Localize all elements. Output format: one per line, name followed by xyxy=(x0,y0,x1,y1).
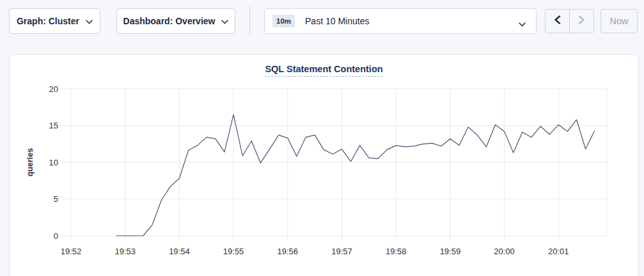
chevron-down-icon xyxy=(519,18,526,29)
x-tick-label: 19:57 xyxy=(331,247,352,256)
x-tick-label: 19:54 xyxy=(169,247,190,256)
previous-time-button[interactable] xyxy=(546,10,570,33)
chart-card: SQL Statement Contention 0510152019:5219… xyxy=(9,54,639,276)
x-tick-label: 19:55 xyxy=(223,247,244,256)
y-axis-label: queries xyxy=(26,148,35,177)
chart-title-wrap: SQL Statement Contention xyxy=(10,63,638,77)
x-tick-label: 20:00 xyxy=(494,247,515,256)
y-tick-label: 5 xyxy=(54,194,58,204)
graph-dropdown[interactable]: Graph: Cluster xyxy=(9,8,100,34)
sql-contention-chart: 0510152019:5219:5319:5419:5519:5619:5719… xyxy=(10,55,640,272)
chart-line-queries xyxy=(116,114,595,236)
now-button[interactable]: Now xyxy=(601,9,638,33)
time-range-label: Past 10 Minutes xyxy=(305,16,369,26)
x-tick-label: 19:56 xyxy=(278,247,299,256)
chevron-right-icon xyxy=(578,15,585,27)
y-tick-label: 0 xyxy=(54,231,58,241)
x-tick-label: 19:59 xyxy=(440,247,461,256)
chart-title[interactable]: SQL Statement Contention xyxy=(265,64,382,77)
x-tick-label: 20:01 xyxy=(548,247,569,256)
x-tick-label: 19:52 xyxy=(61,247,82,256)
toolbar-divider xyxy=(249,6,250,35)
time-range-badge: 10m xyxy=(272,15,295,27)
graph-dropdown-label: Graph: Cluster xyxy=(17,16,79,26)
chevron-down-icon xyxy=(86,16,93,26)
chevron-left-icon xyxy=(554,15,561,27)
dashboard-dropdown[interactable]: Dashboard: Overview xyxy=(116,8,235,34)
time-step-button-group xyxy=(545,9,594,33)
time-range-selector[interactable]: 10m Past 10 Minutes xyxy=(264,8,537,34)
y-tick-label: 10 xyxy=(49,158,58,167)
chevron-down-icon xyxy=(221,16,228,26)
dashboard-dropdown-label: Dashboard: Overview xyxy=(123,16,216,26)
y-tick-label: 15 xyxy=(49,121,58,130)
x-tick-label: 19:58 xyxy=(386,247,407,256)
next-time-button[interactable] xyxy=(570,10,593,33)
y-tick-label: 20 xyxy=(49,84,58,94)
x-tick-label: 19:53 xyxy=(114,247,136,256)
